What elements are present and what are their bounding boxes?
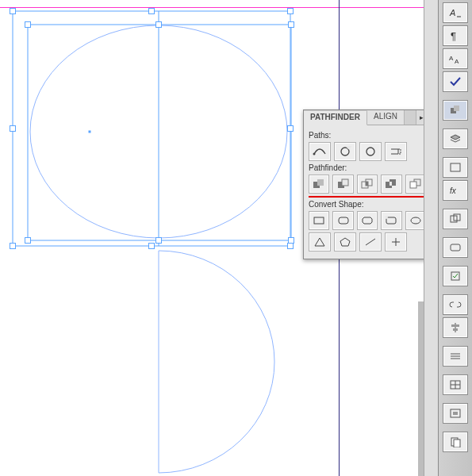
tab-align[interactable]: ALIGN	[367, 110, 405, 125]
svg-rect-38	[453, 328, 458, 331]
svg-text:¶: ¶	[451, 30, 456, 41]
rounded-rectangle-button[interactable]	[332, 211, 353, 230]
line-button[interactable]	[359, 232, 382, 251]
svg-line-2	[347, 146, 351, 148]
open-path-button[interactable]	[334, 142, 356, 161]
active-tool-indicator	[309, 196, 426, 198]
inverse-rounded-button[interactable]	[381, 211, 401, 230]
text-wrap-panel-icon[interactable]	[443, 403, 468, 424]
close-path-button[interactable]	[359, 142, 382, 161]
fx-panel-icon[interactable]: fx	[443, 180, 468, 201]
navigator-panel-icon[interactable]	[443, 346, 468, 367]
intersect-button[interactable]	[357, 175, 378, 194]
orthogonal-line-button[interactable]	[385, 232, 407, 251]
info-panel-icon[interactable]	[443, 157, 468, 178]
checkmark-panel-icon[interactable]	[443, 71, 468, 92]
tags-panel-icon[interactable]	[443, 237, 468, 258]
triangle-button[interactable]	[309, 232, 331, 251]
join-path-button[interactable]	[309, 142, 331, 161]
svg-rect-15	[410, 182, 416, 188]
svg-rect-30	[451, 163, 460, 171]
pages-panel-icon[interactable]	[443, 432, 468, 452]
paths-section-label: Paths:	[309, 131, 426, 140]
svg-rect-34	[451, 244, 460, 251]
layers-panel-icon[interactable]	[443, 129, 468, 149]
panel-dock: A ¶ AA fx	[438, 0, 472, 476]
svg-rect-16	[314, 217, 324, 224]
svg-rect-17	[339, 217, 348, 224]
svg-text:A: A	[449, 8, 455, 17]
character-styles-icon[interactable]: AA	[443, 48, 468, 69]
half-shape	[159, 251, 274, 473]
pathfinder-panel[interactable]: PATHFINDER ALIGN ▸▸ Paths: Pathfinder: C…	[303, 109, 432, 259]
svg-rect-13	[389, 182, 392, 186]
links-panel-icon[interactable]	[443, 294, 468, 315]
character-panel-icon[interactable]: A	[443, 2, 468, 23]
svg-text:A: A	[455, 58, 459, 64]
svg-point-18	[385, 216, 388, 219]
paragraph-panel-icon[interactable]: ¶	[443, 25, 468, 46]
object-styles-icon[interactable]	[443, 209, 468, 229]
selection-outer-bbox	[13, 11, 290, 246]
exclude-button[interactable]	[381, 175, 401, 194]
polygon-button[interactable]	[334, 232, 356, 251]
subtract-button[interactable]	[332, 175, 353, 194]
svg-rect-48	[454, 440, 460, 447]
svg-rect-46	[453, 412, 458, 415]
dock-strip	[424, 0, 439, 476]
svg-rect-29	[454, 106, 459, 111]
pathfinder-dock-icon[interactable]	[443, 100, 468, 121]
beveled-rectangle-button[interactable]	[357, 211, 378, 230]
svg-rect-37	[451, 324, 459, 327]
svg-line-20	[366, 239, 375, 245]
center-mark	[89, 131, 91, 133]
separations-panel-icon[interactable]	[443, 374, 468, 395]
add-button[interactable]	[309, 175, 329, 194]
svg-rect-10	[366, 182, 368, 186]
svg-text:A: A	[449, 55, 454, 62]
align-panel-icon[interactable]	[443, 317, 468, 338]
reverse-path-button[interactable]	[385, 142, 407, 161]
svg-point-0	[313, 153, 316, 155]
convert-section-label: Convert Shape:	[309, 200, 426, 209]
svg-point-3	[366, 148, 374, 155]
pathfinder-section-label: Pathfinder:	[309, 163, 426, 172]
rectangle-button[interactable]	[309, 211, 329, 230]
panel-tabs: PATHFINDER ALIGN ▸▸	[304, 110, 431, 125]
svg-rect-7	[342, 179, 348, 186]
tab-pathfinder[interactable]: PATHFINDER	[304, 111, 367, 125]
preflight-panel-icon[interactable]	[443, 266, 468, 286]
svg-point-19	[411, 217, 420, 224]
svg-text:fx: fx	[450, 186, 457, 195]
svg-rect-5	[317, 179, 324, 186]
